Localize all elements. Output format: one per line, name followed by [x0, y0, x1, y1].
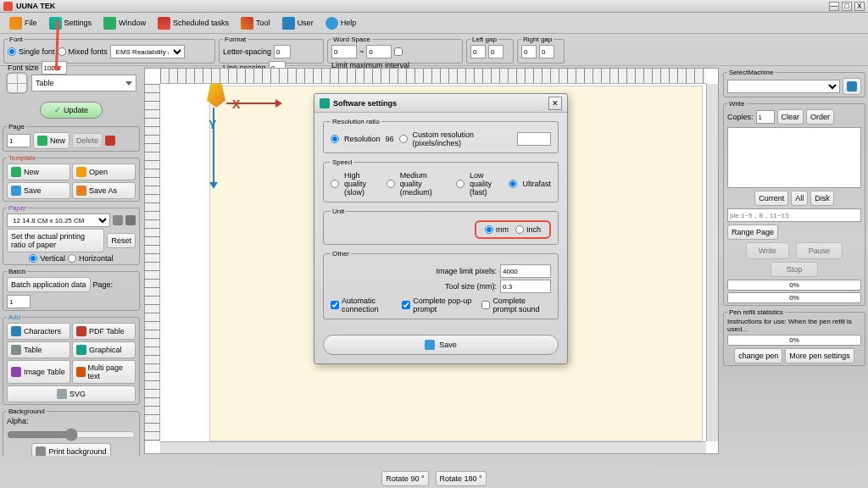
table-select[interactable]: Table [31, 75, 136, 92]
page-new-button[interactable]: New [33, 132, 70, 149]
write-button[interactable]: Write [746, 242, 789, 259]
letter-spacing-input[interactable] [274, 45, 291, 58]
dialog-save-button[interactable]: Save [323, 335, 559, 355]
file-icon [9, 17, 22, 30]
template-save-button[interactable]: Save [7, 182, 70, 199]
template-saveas-button[interactable]: Save As [72, 182, 136, 199]
horizontal-scrollbar[interactable] [160, 441, 706, 453]
machine-settings-button[interactable] [843, 78, 861, 95]
gear-icon[interactable] [113, 215, 123, 225]
chevron-down-icon [125, 81, 132, 86]
template-new-button[interactable]: New [7, 164, 70, 180]
menu-file[interactable]: File [5, 15, 42, 31]
menu-scheduled[interactable]: Scheduled tasks [153, 15, 233, 31]
inch-radio[interactable] [515, 225, 524, 234]
pen-progress: 0% [727, 335, 861, 346]
rotate-90-button[interactable]: Rotate 90 ° [381, 471, 428, 486]
menu-settings[interactable]: Settings [45, 15, 97, 31]
table-icon [11, 345, 21, 355]
page-delete-button[interactable]: Delete [72, 133, 103, 148]
rightgap-b-input[interactable] [539, 45, 554, 58]
add-characters-button[interactable]: Characters [7, 323, 70, 340]
disk-button[interactable]: Disk [810, 191, 834, 206]
print-background-button[interactable]: Print background [31, 443, 110, 456]
high-quality-radio[interactable] [331, 180, 339, 188]
horizontal-radio[interactable] [68, 254, 76, 263]
ultrafast-radio[interactable] [509, 180, 517, 188]
low-quality-radio[interactable] [456, 180, 465, 188]
template-open-button[interactable]: Open [72, 164, 136, 180]
copy-icon[interactable] [105, 136, 115, 146]
update-button[interactable]: ✓Update [40, 102, 103, 119]
range-input[interactable] [727, 208, 861, 222]
limit-max-interval-check[interactable] [394, 47, 403, 56]
paper-size-select[interactable]: 12 14.8 CM x 10.25 CM [7, 214, 110, 227]
image-limit-input[interactable] [500, 264, 551, 278]
copies-input[interactable] [756, 110, 775, 124]
menu-help[interactable]: Help [321, 15, 361, 31]
plus-icon [37, 136, 47, 146]
prompt-sound-check[interactable] [481, 301, 490, 309]
table-shape-icon[interactable] [6, 72, 28, 94]
wordspace-max-input[interactable] [366, 45, 392, 58]
machine-select[interactable] [727, 80, 840, 93]
pause-button[interactable]: Pause [796, 242, 843, 259]
save-icon [425, 340, 435, 350]
write-list[interactable] [727, 127, 861, 188]
add-graphical-button[interactable]: Graphical [72, 341, 136, 358]
wordspace-min-input[interactable] [331, 45, 357, 58]
range-page-button[interactable]: Range Page [727, 225, 778, 240]
single-font-radio[interactable] [8, 47, 16, 56]
change-pen-button[interactable]: change pen [734, 348, 782, 363]
vertical-radio[interactable] [29, 254, 37, 263]
set-ratio-button[interactable]: Set the actual printing ratio of paper [7, 229, 104, 252]
tool-size-input[interactable] [500, 280, 551, 293]
menu-user[interactable]: User [278, 15, 318, 31]
dialog-close-button[interactable]: ✕ [548, 97, 562, 110]
menu-tool[interactable]: Tool [236, 15, 275, 31]
add-pdf-button[interactable]: PDF Table [72, 323, 136, 340]
window-icon [103, 17, 116, 30]
user-icon [282, 17, 295, 30]
auto-connection-check[interactable] [331, 301, 339, 309]
alpha-slider[interactable] [7, 428, 136, 441]
batch-page-input[interactable] [7, 295, 31, 308]
horizontal-ruler[interactable] [160, 69, 706, 84]
mixed-font-radio[interactable] [58, 47, 66, 56]
resolution-radio[interactable] [331, 135, 339, 143]
clear-button[interactable]: Clear [777, 109, 804, 125]
custom-resolution-input[interactable] [517, 132, 551, 146]
add-image-button[interactable]: Image Table [7, 360, 70, 384]
menu-window[interactable]: Window [99, 15, 150, 31]
current-button[interactable]: Current [754, 191, 788, 206]
reset-button[interactable]: Reset [107, 233, 136, 248]
page-number-input[interactable] [7, 134, 31, 147]
maximize-button[interactable]: □ [842, 2, 852, 11]
rotate-180-button[interactable]: Rotate 180 ° [436, 471, 487, 486]
vertical-ruler[interactable] [145, 84, 160, 441]
app-icon [3, 2, 13, 11]
all-button[interactable]: All [791, 191, 808, 206]
leftgap-b-input[interactable] [488, 45, 504, 58]
add-table-button[interactable]: Table [7, 341, 70, 358]
wordspace-group: Word Space ~ Limit maximum interval [327, 36, 463, 64]
trash-icon[interactable] [125, 215, 136, 225]
batch-app-button[interactable]: Batch application data [7, 277, 91, 292]
font-family-select[interactable]: EMS Readability (20… [110, 45, 185, 58]
mm-radio[interactable] [485, 225, 493, 234]
order-button[interactable]: Order [806, 109, 834, 125]
add-multipage-button[interactable]: Multi page text [72, 360, 136, 384]
add-svg-button[interactable]: SVG [7, 385, 136, 402]
rightgap-a-input[interactable] [521, 45, 537, 58]
close-button[interactable]: X [854, 2, 865, 11]
minimize-button[interactable]: — [829, 2, 839, 11]
popup-prompt-check[interactable] [402, 301, 410, 309]
medium-quality-radio[interactable] [387, 180, 395, 188]
unit-highlight-box: mm Inch [475, 220, 551, 239]
more-pen-settings-button[interactable]: More pen settings [785, 348, 854, 363]
leftgap-a-input[interactable] [470, 45, 486, 58]
custom-resolution-radio[interactable] [399, 135, 408, 143]
dialog-titlebar[interactable]: Software settings ✕ [314, 94, 567, 113]
stop-button[interactable]: Stop [771, 262, 819, 277]
vertical-scrollbar[interactable] [706, 84, 718, 441]
